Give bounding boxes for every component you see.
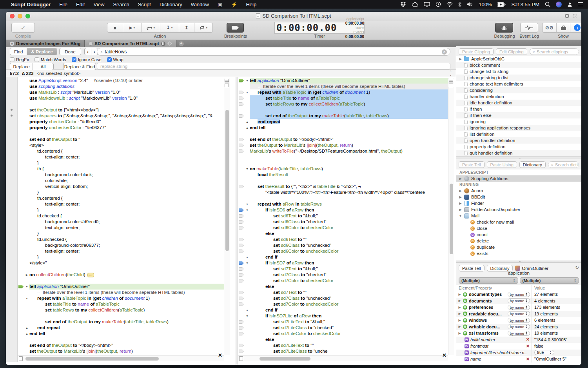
- line-marker[interactable]: [239, 220, 244, 224]
- find-mode-replace[interactable]: & Replace: [27, 48, 57, 55]
- sidebar-splitter[interactable]: [456, 156, 581, 159]
- displays-icon[interactable]: [424, 2, 430, 7]
- show-toolbox-button[interactable]: [557, 23, 571, 32]
- restart-button[interactable]: ▾: [194, 23, 212, 32]
- menu-lightning-icon[interactable]: ⚡: [231, 2, 237, 7]
- line-marker[interactable]: [239, 244, 244, 247]
- zoom-button[interactable]: [25, 14, 30, 18]
- line-marker[interactable]: [239, 273, 244, 277]
- line-marker[interactable]: [239, 149, 244, 153]
- code-line[interactable]: [18, 131, 224, 137]
- fold-toggle-icon[interactable]: ▲: [24, 325, 29, 331]
- marker-dot[interactable]: [11, 115, 13, 117]
- code-line[interactable]: ▲end tell: [238, 125, 448, 131]
- disclosure-icon[interactable]: ▶: [458, 299, 461, 302]
- clipping-item[interactable]: handler definition: [456, 93, 581, 100]
- code-line[interactable]: }: [18, 207, 224, 213]
- tab-sd-comparison[interactable]: SD Comparison To HTML.scpt: [85, 40, 176, 47]
- line-marker[interactable]: [239, 350, 244, 353]
- code-line[interactable]: set end of theOutput to "</body></html>": [18, 342, 224, 348]
- code-line[interactable]: else: [238, 284, 448, 290]
- menu-help[interactable]: Help: [246, 2, 256, 7]
- dictionary-command-close[interactable]: Cclose: [456, 225, 581, 231]
- code-line[interactable]: ▼tell application "OmniOutliner": [18, 284, 224, 290]
- spotlight-icon[interactable]: [545, 2, 550, 7]
- by-name-popup[interactable]: by name▲▼: [508, 331, 530, 336]
- replace-button[interactable]: Replace: [10, 63, 33, 70]
- code-line[interactable]: vertical-align: bottom;: [18, 184, 224, 189]
- execution-marker[interactable]: [18, 285, 24, 288]
- explorer-row-preferences[interactable]: ▶Epreferencesby name▲▼173 elements: [456, 304, 581, 311]
- left-horizontal-scrollbar[interactable]: [18, 355, 224, 361]
- left-vertical-scrollbar[interactable]: [224, 78, 230, 355]
- dictionary-command-duplicate[interactable]: Cduplicate: [456, 244, 581, 250]
- line-marker[interactable]: [239, 238, 244, 241]
- disclosure-icon[interactable]: ▶: [458, 325, 461, 328]
- line-marker[interactable]: [239, 302, 244, 306]
- compile-button[interactable]: ✓: [11, 23, 35, 33]
- cloud-icon[interactable]: [412, 2, 418, 7]
- menu-edit[interactable]: Edit: [76, 2, 85, 7]
- time-machine-icon[interactable]: [436, 2, 441, 7]
- code-line[interactable]: set tableTitle to name of aTableTopic: [18, 301, 224, 307]
- filter-popup-2[interactable]: (Multiple)▲▼: [520, 277, 579, 284]
- search-input[interactable]: ⌕ tableRows ✕: [97, 48, 450, 56]
- clipping-item[interactable]: idle handler definition: [456, 100, 581, 106]
- clear-value-icon[interactable]: ✕: [526, 357, 530, 362]
- explorer-row-frontmost[interactable]: Prfrontmost✕false: [456, 343, 581, 350]
- notification-center-icon[interactable]: [578, 2, 583, 6]
- code-line[interactable]: text-align: center;: [18, 201, 224, 207]
- code-line[interactable]: ▼if isInSD6 of aRow then: [238, 207, 448, 213]
- code-line[interactable]: ▼if isInSD7Lite of aRow then: [238, 313, 448, 319]
- code-line[interactable]: set end of theOutput to "</body></html>": [238, 137, 448, 142]
- selected-symbol[interactable]: <no selected symbol>: [36, 71, 80, 76]
- menu-view[interactable]: View: [93, 2, 104, 7]
- code-line[interactable]: [18, 337, 224, 342]
- step-out-button[interactable]: ↥: [179, 23, 195, 32]
- code-line[interactable]: }: [18, 231, 224, 237]
- code-line[interactable]: else: [238, 231, 448, 237]
- line-marker[interactable]: [239, 138, 244, 141]
- clipping-item[interactable]: ignoring: [456, 118, 581, 125]
- code-line[interactable]: set sd6Class to "checked": [238, 219, 448, 225]
- code-line[interactable]: th {: [18, 166, 224, 172]
- code-line[interactable]: property checkedColor : "#d9ecd0": [18, 119, 224, 125]
- line-marker[interactable]: [239, 144, 244, 147]
- stop-button[interactable]: ■: [107, 23, 123, 32]
- explorer-row-documents[interactable]: ▶Edocumentsby name▲▼4 elements: [456, 298, 581, 304]
- code-line[interactable]: background-color:black;: [18, 172, 224, 178]
- disclosure-icon[interactable]: ▶: [458, 332, 461, 335]
- paste-clipping-button[interactable]: Paste Clipping: [459, 48, 494, 55]
- dictionary-search-input[interactable]: ⌕Search dictiona: [548, 161, 579, 168]
- marker-dot[interactable]: [11, 109, 13, 111]
- code-line[interactable]: [238, 154, 448, 160]
- line-marker[interactable]: [239, 279, 244, 282]
- dictionary-item-bbedit[interactable]: ▶BBEdit: [456, 194, 581, 200]
- code-line[interactable]: td.checked {: [18, 213, 224, 219]
- disclosure-icon[interactable]: ▶: [458, 306, 461, 309]
- code-line[interactable]: set sd7LiteColor to checkedColor: [238, 331, 448, 337]
- code-line[interactable]: ▲end repeat: [238, 119, 448, 125]
- line-marker[interactable]: [239, 291, 244, 294]
- replace-and-find-button[interactable]: Replace & Find: [63, 63, 96, 70]
- code-line[interactable]: background-color:#e06377;: [18, 242, 224, 248]
- menu-search[interactable]: Search: [113, 2, 129, 7]
- code-line[interactable]: <style>: [18, 142, 224, 148]
- line-marker[interactable]: [239, 344, 244, 347]
- menu-window[interactable]: Window: [191, 2, 209, 7]
- right-horizontal-scrollbar[interactable]: [238, 355, 448, 361]
- code-line[interactable]: text-align: center;: [18, 225, 224, 231]
- checkbox-regex[interactable]: RegEx: [10, 57, 29, 62]
- code-line[interactable]: [18, 313, 224, 319]
- app-menu[interactable]: Script Debugger: [11, 2, 51, 7]
- fold-toggle-icon[interactable]: ▼: [245, 201, 250, 207]
- clear-value-icon[interactable]: ✕: [526, 337, 530, 342]
- clipping-item[interactable]: change list to string: [456, 68, 581, 75]
- fold-toggle-icon[interactable]: ▲: [245, 307, 250, 313]
- by-name-popup[interactable]: by name▲▼: [508, 292, 530, 297]
- explorer-row-writable-docu-[interactable]: ▶Ewritable docu...by name▲▼24 elements: [456, 324, 581, 330]
- code-line[interactable]: color:white;: [18, 178, 224, 184]
- right-pane-close-x[interactable]: ✕: [442, 352, 446, 358]
- breakpoint-marker[interactable]: [239, 261, 244, 265]
- menu-dictionary[interactable]: Dictionary: [160, 2, 182, 7]
